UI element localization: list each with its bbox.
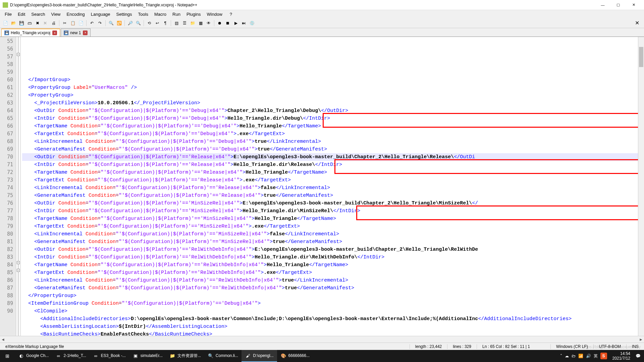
close-tabs-icon[interactable]: ✕ bbox=[635, 20, 642, 26]
indent-guide-icon[interactable]: ▤ bbox=[173, 20, 180, 26]
save-icon[interactable]: 💾 bbox=[18, 20, 25, 26]
status-eol[interactable]: Windows (CR LF) bbox=[550, 344, 593, 349]
menu-plugins[interactable]: Plugins bbox=[184, 11, 204, 18]
sync-icon[interactable]: ⟲ bbox=[146, 20, 153, 26]
maximize-button[interactable]: ▢ bbox=[610, 0, 626, 10]
code-line[interactable]: <AssemblerListingLocation>$(IntDir)</Ass… bbox=[22, 323, 644, 330]
close-button[interactable]: ✕ bbox=[626, 0, 641, 10]
code-line[interactable]: <TargetName Condition="'$(Configuration)… bbox=[22, 215, 644, 223]
code-line[interactable]: <TargetExt Condition="'$(Configuration)|… bbox=[22, 269, 644, 277]
start-button[interactable]: ⊞ bbox=[0, 350, 15, 362]
new-file-icon[interactable]: 📄 bbox=[2, 20, 9, 26]
windows-taskbar[interactable]: ⊞◐Google Ch...∞2-1Hello_T...∞ES3_Book -.… bbox=[0, 350, 644, 362]
tray-icon[interactable]: ˄ bbox=[560, 354, 562, 358]
ime-icon[interactable]: S bbox=[600, 353, 607, 359]
menu-macro[interactable]: Macro bbox=[152, 11, 169, 18]
code-line[interactable]: <IntDir Condition="'$(Configuration)|$(P… bbox=[22, 161, 644, 169]
code-line[interactable]: <GenerateManifest Condition="'$(Configur… bbox=[22, 238, 644, 246]
scroll-left-icon[interactable]: ◄ bbox=[0, 337, 6, 343]
code-line[interactable]: <LinkIncremental Condition="'$(Configura… bbox=[22, 184, 644, 192]
close-all-icon[interactable]: ⛌ bbox=[42, 20, 49, 26]
code-line[interactable]: <TargetExt Condition="'$(Configuration)|… bbox=[22, 130, 644, 138]
tab-new-1[interactable]: 💾new 1× bbox=[61, 28, 91, 37]
menu-run[interactable]: Run bbox=[170, 11, 183, 18]
cut-icon[interactable]: ✂ bbox=[61, 20, 68, 26]
menu-search[interactable]: Search bbox=[29, 11, 48, 18]
code-line[interactable]: <TargetExt Condition="'$(Configuration)|… bbox=[22, 176, 644, 184]
code-line[interactable]: <_ProjectFileVersion>10.0.20506.1</_Proj… bbox=[22, 99, 644, 107]
code-line[interactable]: <TargetName Condition="'$(Configuration)… bbox=[22, 122, 644, 130]
code-line[interactable]: <LinkIncremental Condition="'$(Configura… bbox=[22, 138, 644, 145]
code-line[interactable]: <GenerateManifest Condition="'$(Configur… bbox=[22, 145, 644, 153]
show-all-icon[interactable]: ¶ bbox=[162, 20, 169, 26]
vertical-scrollbar[interactable] bbox=[638, 37, 644, 336]
folder-icon[interactable]: 📁 bbox=[189, 20, 196, 26]
taskbar-item[interactable]: 📁文件资源管... bbox=[166, 350, 204, 362]
tray-icon[interactable]: 🗁 bbox=[572, 354, 576, 358]
fold-margin[interactable]: − − − bbox=[16, 37, 21, 336]
code-line[interactable]: </ImportGroup> bbox=[22, 76, 644, 84]
wrap-icon[interactable]: ↩ bbox=[154, 20, 161, 26]
fold-box-icon[interactable]: − bbox=[17, 53, 20, 56]
code-line[interactable]: <OutDir Condition="'$(Configuration)|$(P… bbox=[22, 246, 644, 253]
copy-icon[interactable]: 📋 bbox=[69, 20, 76, 26]
stop-icon[interactable]: ⏹ bbox=[224, 20, 231, 26]
code-content[interactable]: </ImportGroup> <PropertyGroup Label="Use… bbox=[21, 37, 644, 336]
code-line[interactable]: <TargetExt Condition="'$(Configuration)|… bbox=[22, 223, 644, 230]
code-line[interactable]: <PropertyGroup Label="UserMacros" /> bbox=[22, 84, 644, 92]
code-line[interactable]: <TargetName Condition="'$(Configuration)… bbox=[22, 169, 644, 176]
tray-icon[interactable]: 英 bbox=[594, 353, 598, 359]
tray-icon[interactable]: ☁ bbox=[565, 354, 569, 358]
replace-icon[interactable]: 🔁 bbox=[116, 20, 122, 26]
code-line[interactable]: <GenerateManifest Condition="'$(Configur… bbox=[22, 192, 644, 199]
tab-hello-triangle-vcxproj[interactable]: 💾Hello_Triangle.vcxproj× bbox=[1, 28, 60, 37]
menu-?[interactable]: ? bbox=[227, 11, 235, 18]
play-icon[interactable]: ▶ bbox=[232, 20, 239, 26]
code-line[interactable]: <OutDir Condition="'$(Configuration)|$(P… bbox=[22, 199, 644, 207]
code-line[interactable]: <LinkIncremental Condition="'$(Configura… bbox=[22, 230, 644, 238]
menu-language[interactable]: Language bbox=[88, 11, 113, 18]
menu-view[interactable]: View bbox=[49, 11, 63, 18]
fold-box-icon[interactable]: − bbox=[17, 261, 20, 264]
close-file-icon[interactable]: ✖ bbox=[34, 20, 41, 26]
editor-area[interactable]: 5556575859606162636465666768697071727374… bbox=[0, 37, 644, 336]
fold-box-icon[interactable]: − bbox=[17, 269, 20, 272]
code-line[interactable]: <GenerateManifest Condition="'$(Configur… bbox=[22, 284, 644, 292]
monitor-icon[interactable]: 👁 bbox=[205, 20, 212, 26]
code-line[interactable]: <LinkIncremental Condition="'$(Configura… bbox=[22, 277, 644, 284]
zoom-out-icon[interactable]: 🔍 bbox=[135, 20, 142, 26]
menu-window[interactable]: Window bbox=[204, 11, 225, 18]
menu-tools[interactable]: Tools bbox=[136, 11, 151, 18]
taskbar-item[interactable]: ◐Google Ch... bbox=[15, 350, 52, 362]
system-tray[interactable]: ˄☁🗁📶🔊英S14:542021/7/12💬 bbox=[557, 351, 644, 361]
taskbar-clock[interactable]: 14:542021/7/12 bbox=[610, 351, 633, 361]
status-encoding[interactable]: UTF-8-BOM bbox=[593, 344, 626, 349]
undo-icon[interactable]: ↶ bbox=[89, 20, 95, 26]
print-icon[interactable]: 🖨 bbox=[50, 20, 57, 26]
tab-close-icon[interactable]: × bbox=[83, 31, 88, 35]
code-line[interactable]: <OutDir Condition="'$(Configuration)|$(P… bbox=[22, 107, 644, 115]
open-file-icon[interactable]: 📂 bbox=[10, 20, 17, 26]
code-line[interactable]: <OutDir Condition="'$(Configuration)|$(P… bbox=[22, 153, 644, 161]
save-macro-icon[interactable]: 💿 bbox=[249, 20, 255, 26]
code-line[interactable]: <IntDir Condition="'$(Configuration)|$(P… bbox=[22, 115, 644, 122]
code-line[interactable]: <BasicRuntimeChecks>EnableFastChecks</Ba… bbox=[22, 330, 644, 336]
paste-icon[interactable]: 📄 bbox=[77, 20, 84, 26]
save-all-icon[interactable]: 🗃 bbox=[26, 20, 33, 26]
code-line[interactable]: <PropertyGroup> bbox=[22, 92, 644, 99]
status-insert-mode[interactable]: INS bbox=[626, 344, 644, 349]
minimize-button[interactable]: — bbox=[595, 0, 610, 10]
taskbar-item[interactable]: ∞2-1Hello_T... bbox=[52, 350, 89, 362]
scroll-right-icon[interactable]: ► bbox=[638, 337, 644, 343]
taskbar-item[interactable]: 🖌D:\opengl... bbox=[241, 350, 277, 362]
taskbar-item[interactable]: 🎨66666666... bbox=[277, 350, 313, 362]
code-line[interactable]: <TargetName Condition="'$(Configuration)… bbox=[22, 261, 644, 269]
taskbar-item[interactable]: ∞ES3_Book -... bbox=[90, 350, 129, 362]
record-icon[interactable]: ⏺ bbox=[216, 20, 223, 26]
redo-icon[interactable]: ↷ bbox=[97, 20, 103, 26]
tab-close-icon[interactable]: × bbox=[52, 31, 57, 35]
zoom-in-icon[interactable]: 🔎 bbox=[127, 20, 133, 26]
code-line[interactable]: <ClCompile> bbox=[22, 307, 644, 315]
menu-file[interactable]: File bbox=[2, 11, 14, 18]
func-list-icon[interactable]: ☰ bbox=[181, 20, 188, 26]
